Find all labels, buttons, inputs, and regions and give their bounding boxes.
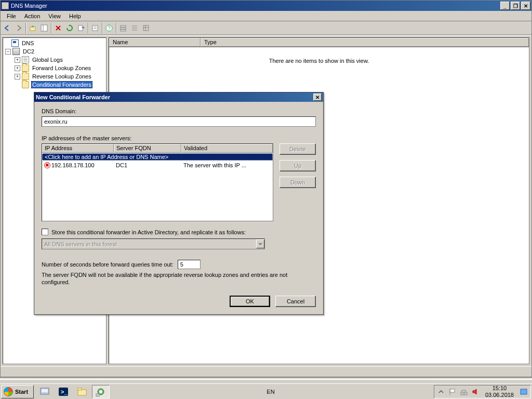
column-name[interactable]: Name (109, 38, 201, 47)
delete-button[interactable]: Delete (280, 143, 316, 155)
refresh-button[interactable] (64, 22, 75, 34)
masters-row[interactable]: ✖ 192.168.178.100 DC1 The server with th… (42, 161, 273, 169)
tray-sound-icon[interactable] (472, 388, 479, 395)
masters-add-row[interactable]: <Click here to add an IP Address or DNS … (42, 153, 273, 161)
down-button-dialog[interactable]: Down (280, 177, 316, 188)
toolbar: ? (1, 21, 531, 35)
tree-label: Forward Lookup Zones (31, 64, 92, 72)
up-button-dialog[interactable]: Up (280, 160, 316, 171)
svg-text:>_: >_ (61, 389, 68, 395)
maximize-button[interactable]: ❐ (511, 2, 520, 10)
svg-rect-0 (30, 27, 35, 31)
dialog-titlebar: New Conditional Forwarder ✕ (34, 92, 323, 102)
show-hide-tree-button[interactable] (38, 22, 50, 34)
tree-server[interactable]: − DC2 (3, 47, 106, 56)
expander-icon (15, 82, 20, 88)
masters-col-validated[interactable]: Validated (181, 144, 273, 153)
tray-show-desktop-icon[interactable] (520, 388, 527, 395)
dialog-close-button[interactable]: ✕ (313, 94, 322, 101)
start-button[interactable]: Start (1, 385, 34, 398)
folder-icon (22, 81, 29, 88)
start-label: Start (15, 389, 28, 395)
tree-conditional-forwarders[interactable]: Conditional Forwarders (3, 81, 106, 89)
taskbar-server-manager[interactable] (36, 385, 54, 398)
windows-logo-icon (4, 387, 13, 396)
svg-rect-30 (464, 392, 467, 395)
expander-icon[interactable]: + (15, 57, 20, 63)
menu-action[interactable]: Action (20, 12, 45, 20)
svg-rect-22 (78, 390, 86, 395)
close-button[interactable]: ✕ (521, 2, 530, 10)
svg-rect-10 (121, 28, 126, 29)
expander-icon[interactable]: + (15, 65, 20, 71)
new-conditional-forwarder-dialog: New Conditional Forwarder ✕ DNS Domain: … (34, 92, 324, 315)
properties-button[interactable] (89, 22, 101, 34)
svg-rect-3 (78, 25, 83, 31)
dns-domain-label: DNS Domain: (42, 108, 316, 114)
export-button[interactable] (75, 22, 87, 34)
timeout-input[interactable] (178, 260, 201, 269)
masters-listview[interactable]: IP Address Server FQDN Validated <Click … (42, 143, 273, 221)
svg-rect-29 (461, 392, 463, 395)
language-text: EN (267, 389, 274, 395)
masters-validated: The server with this IP ... (181, 162, 273, 168)
tree-forward-lookup-zones[interactable]: + Forward Lookup Zones (3, 64, 106, 72)
tree-root-dns[interactable]: DNS (3, 39, 106, 47)
taskbar-dns-manager[interactable] (92, 385, 110, 398)
clock[interactable]: 15:10 03.06.2018 (483, 385, 516, 397)
svg-rect-26 (96, 394, 99, 396)
svg-point-25 (99, 390, 102, 393)
menu-file[interactable]: File (3, 12, 20, 20)
svg-rect-34 (521, 389, 527, 394)
svg-text:?: ? (108, 25, 111, 31)
store-ad-checkbox[interactable] (42, 229, 48, 235)
tree-global-logs[interactable]: + Global Logs (3, 56, 106, 64)
replication-scope-combo: All DNS servers in this forest (42, 238, 265, 249)
masters-ip: 192.168.178.100 (51, 162, 95, 168)
tray-chevron-icon[interactable] (437, 388, 445, 395)
masters-label: IP addresses of the master servers: (42, 135, 316, 141)
language-indicator[interactable]: EN (263, 385, 278, 398)
svg-rect-11 (121, 30, 126, 31)
back-button[interactable] (2, 22, 13, 34)
store-ad-label: Store this conditional forwarder in Acti… (51, 229, 246, 235)
list-view-button[interactable] (129, 22, 140, 34)
delete-button-toolbar[interactable] (52, 22, 64, 34)
tray-flag-icon[interactable] (449, 388, 456, 395)
menu-view[interactable]: View (44, 12, 65, 20)
detail-view-button[interactable] (140, 22, 152, 34)
up-button[interactable] (27, 22, 38, 34)
list-header: Name Type (109, 38, 529, 47)
statusbar (1, 366, 531, 377)
svg-rect-23 (78, 388, 82, 390)
tree-reverse-lookup-zones[interactable]: + Reverse Lookup Zones (3, 72, 106, 81)
svg-rect-4 (92, 25, 98, 31)
dialog-title: New Conditional Forwarder (36, 94, 313, 100)
masters-col-ip[interactable]: IP Address (42, 144, 114, 153)
titlebar: DNS Manager _ ❐ ✕ (1, 1, 531, 11)
expander-icon[interactable]: − (5, 49, 11, 55)
taskbar-powershell[interactable]: >_ (55, 385, 72, 398)
filter-button[interactable] (117, 22, 129, 34)
ok-button[interactable]: OK (230, 296, 270, 307)
column-type[interactable]: Type (201, 38, 529, 47)
menubar: File Action View Help (1, 11, 531, 21)
help-button-toolbar[interactable]: ? (103, 22, 115, 34)
menu-help[interactable]: Help (65, 12, 85, 20)
timeout-label: Number of seconds before forward queries… (42, 261, 174, 268)
tray-network-icon[interactable] (460, 388, 468, 395)
tree-label: DC2 (22, 48, 35, 55)
svg-rect-27 (450, 389, 455, 392)
masters-col-fqdn[interactable]: Server FQDN (114, 144, 181, 153)
masters-add-placeholder: <Click here to add an IP Address or DNS … (42, 153, 273, 161)
error-icon: ✖ (44, 162, 50, 168)
expander-icon[interactable]: + (15, 74, 20, 79)
taskbar-explorer[interactable] (73, 385, 91, 398)
log-icon (22, 56, 29, 63)
dns-domain-input[interactable] (42, 116, 316, 127)
minimize-button[interactable]: _ (500, 2, 510, 10)
cancel-button[interactable]: Cancel (275, 296, 316, 307)
folder-icon (22, 73, 29, 80)
forward-button[interactable] (13, 22, 24, 34)
tree-label: Conditional Forwarders (31, 81, 92, 88)
